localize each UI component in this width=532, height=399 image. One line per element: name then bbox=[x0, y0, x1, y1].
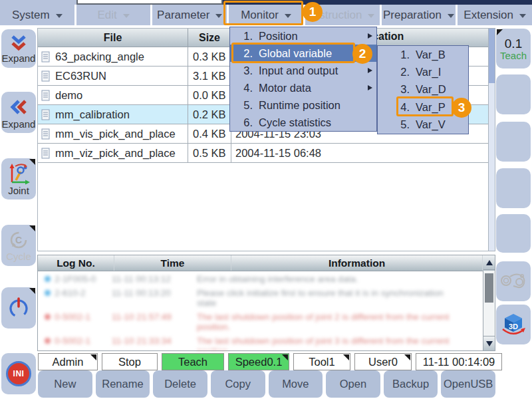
rename-button[interactable]: Rename bbox=[96, 370, 150, 398]
file-name: 63_packing_angle bbox=[55, 51, 144, 63]
file-icon bbox=[41, 90, 51, 101]
scroll-up-button[interactable] bbox=[483, 255, 495, 270]
error-dot-icon bbox=[45, 338, 51, 344]
file-size: 0.5 KB bbox=[188, 144, 231, 162]
expand-down-button[interactable]: Expand bbox=[1, 29, 36, 68]
cycle-mode-button[interactable]: C Cycle bbox=[1, 225, 36, 266]
move-button[interactable]: Move bbox=[269, 370, 323, 398]
file-size: 0.3 KB bbox=[188, 47, 231, 66]
file-size: 3.1 KB bbox=[188, 66, 231, 85]
menu-system-label: System bbox=[12, 9, 50, 22]
menu-system[interactable]: System bbox=[0, 5, 74, 25]
log-info: Please click initialize first to ensure … bbox=[197, 288, 453, 309]
global-variable-submenu: 1. Var_B 2. Var_I 3. Var_D 4. Var_P 5. V… bbox=[377, 45, 469, 134]
chevron-down-icon bbox=[448, 14, 454, 18]
sidebar-button-empty-1[interactable] bbox=[496, 74, 531, 114]
file-table-scrollbar[interactable] bbox=[488, 29, 495, 251]
menu-extension[interactable]: Extension bbox=[458, 5, 532, 25]
view-3d-button[interactable]: 3D bbox=[496, 305, 531, 344]
file-size: 0.2 KB bbox=[188, 105, 231, 124]
new-button[interactable]: New bbox=[38, 370, 92, 398]
menu-parameter[interactable]: Parameter bbox=[152, 5, 227, 25]
log-row: 2-610-2 11-11 00:13:20 Please click init… bbox=[38, 285, 483, 309]
log-info: The last shutdown position of joint 3 is… bbox=[197, 336, 453, 350]
log-header: Log No. Time Information bbox=[38, 255, 495, 271]
status-bar: Admin Stop Teach Speed0.1 Tool1 User0 11… bbox=[38, 353, 502, 370]
menu-preparation[interactable]: Preparation bbox=[382, 5, 456, 25]
step3-badge: 3 bbox=[452, 98, 471, 118]
log-list: 2-1F005-0 11-11 00:13:12 Error in obtain… bbox=[38, 271, 483, 350]
log-info: The last shutdown position of joint 2 is… bbox=[197, 312, 453, 332]
submenu-item-var-i[interactable]: 2. Var_I bbox=[378, 63, 468, 80]
submenu-item-var-v[interactable]: 5. Var_V bbox=[378, 116, 468, 134]
openusb-button[interactable]: OpenUSB bbox=[441, 370, 495, 398]
log-info: Error in obtaining interference area dat… bbox=[197, 274, 453, 285]
error-dot-icon bbox=[45, 314, 51, 320]
file-size: 0.4 KB bbox=[188, 124, 231, 143]
log-no: 0-5002-1 bbox=[55, 312, 112, 323]
file-icon bbox=[41, 128, 51, 140]
expand-label: Expand bbox=[2, 53, 36, 63]
monitor-dropdown-menu: 1. Position 2. Global variable 3. Input … bbox=[229, 27, 377, 132]
chevron-down-icon bbox=[368, 14, 374, 18]
open-button[interactable]: Open bbox=[326, 370, 380, 398]
user-level-box[interactable]: Admin bbox=[38, 353, 98, 370]
scrollbar-thumb[interactable] bbox=[485, 273, 493, 303]
expand-down-icon bbox=[7, 34, 30, 53]
cycle-label: Cycle bbox=[6, 251, 31, 261]
file-icon bbox=[41, 51, 51, 63]
menu-item-input-output[interactable]: 3. Input and output bbox=[230, 62, 376, 79]
size-column-header: Size bbox=[188, 29, 231, 47]
chevron-down-icon bbox=[56, 14, 63, 18]
teach-mode-label: Teach bbox=[500, 51, 527, 61]
expand-left-button[interactable]: Expand bbox=[1, 92, 36, 133]
file-name: EC63RUN bbox=[55, 70, 106, 82]
cycle-icon: C bbox=[8, 229, 29, 251]
svg-text:3D: 3D bbox=[509, 323, 518, 331]
tool-box[interactable]: Tool1 bbox=[293, 353, 350, 370]
cube-3d-icon: 3D bbox=[500, 311, 527, 338]
gamepad-button[interactable] bbox=[496, 261, 531, 301]
arrow-down-icon bbox=[486, 341, 493, 346]
power-button[interactable] bbox=[1, 287, 36, 329]
menu-item-position[interactable]: 1. Position bbox=[230, 27, 376, 45]
menu-item-cycle-statistics[interactable]: 6. Cycle statistics bbox=[230, 114, 376, 131]
menu-monitor[interactable]: Monitor bbox=[229, 5, 303, 25]
menu-edit[interactable]: Edit bbox=[76, 5, 151, 25]
chevron-down-icon bbox=[215, 14, 222, 18]
scrollbar-thumb[interactable] bbox=[489, 29, 495, 83]
submenu-item-var-d[interactable]: 3. Var_D bbox=[378, 81, 468, 98]
sidebar-button-empty-2[interactable] bbox=[496, 122, 531, 162]
delete-button[interactable]: Delete bbox=[153, 370, 207, 398]
backup-button[interactable]: Backup bbox=[384, 370, 438, 398]
log-no: 2-1F005-0 bbox=[55, 274, 112, 285]
speed-box[interactable]: Speed0.1 bbox=[228, 353, 289, 370]
log-scrollbar[interactable] bbox=[483, 271, 495, 350]
sidebar-button-empty-3[interactable] bbox=[496, 168, 531, 208]
log-time: 11-10 21:33:34 bbox=[112, 336, 197, 346]
file-size: 0.0 KB bbox=[188, 86, 231, 104]
menu-item-motor-data[interactable]: 4. Motor data bbox=[230, 79, 376, 96]
expand-left-icon bbox=[9, 96, 29, 118]
copy-button[interactable]: Copy bbox=[211, 370, 265, 398]
mode-box: Teach bbox=[162, 353, 224, 370]
file-name: mm_calibration bbox=[55, 108, 130, 121]
expand-label: Expand bbox=[2, 119, 36, 129]
log-no: 0-5002-1 bbox=[55, 336, 112, 346]
speed-value: 0.1 bbox=[505, 37, 522, 50]
log-panel: Log No. Time Information 2-1F005-0 11-11… bbox=[37, 255, 495, 351]
menu-preparation-label: Preparation bbox=[383, 9, 442, 22]
speed-mode-button[interactable]: 0.1 Teach bbox=[496, 29, 531, 68]
ini-button[interactable]: INI bbox=[1, 353, 36, 394]
sidebar-button-empty-4[interactable] bbox=[496, 214, 531, 253]
table-row[interactable]: mm_viz_pick_and_place 0.5 KB 2004-11-15 … bbox=[38, 144, 495, 163]
submenu-item-var-b[interactable]: 1. Var_B bbox=[378, 46, 468, 63]
file-name: mm_viz_pick_and_place bbox=[55, 147, 176, 160]
info-dot-icon bbox=[45, 276, 51, 282]
file-name: demo bbox=[55, 89, 82, 102]
user-coord-box[interactable]: User0 bbox=[354, 353, 412, 370]
scroll-down-button[interactable] bbox=[483, 336, 495, 350]
joint-mode-button[interactable]: Joint bbox=[1, 158, 36, 200]
log-row: 2-1F005-0 11-11 00:13:12 Error in obtain… bbox=[38, 271, 483, 285]
menu-item-runtime-position[interactable]: 5. Runtime position bbox=[230, 96, 376, 114]
